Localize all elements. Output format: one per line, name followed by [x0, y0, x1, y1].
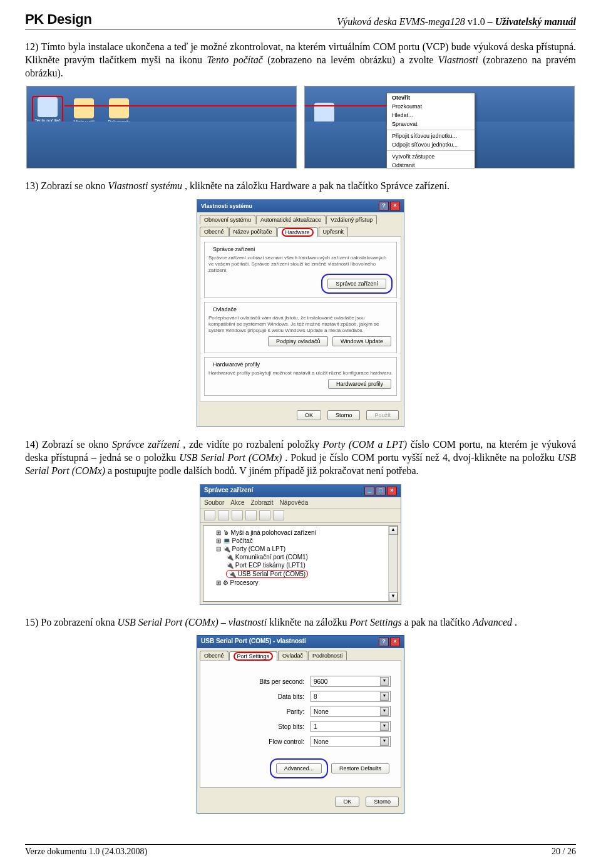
close-button[interactable]: ×	[390, 638, 400, 646]
tree-node-ports[interactable]: ⊟ 🔌 Porty (COM a LPT)	[206, 545, 395, 553]
titlebar: Vlastnosti systému ? ×	[197, 200, 404, 212]
step-text: (zobrazeno na levém obrázku) a zvolte	[267, 54, 438, 65]
my-computer-icon[interactable]: Tento počítač	[32, 96, 63, 124]
step-number: 12)	[25, 41, 38, 52]
titlebar: USB Serial Port (COM5) - vlastnosti ? ×	[197, 636, 404, 648]
toolbar-button[interactable]	[232, 510, 243, 520]
menu-file[interactable]: Soubor	[204, 499, 224, 506]
step-text: Zobrazí se okno	[42, 439, 112, 450]
advanced-button[interactable]: Advanced...	[276, 763, 322, 773]
field-stop-bits: Stop bits: 1▾	[210, 721, 391, 732]
group-text: Správce zařízení zobrazí seznam všech ha…	[208, 255, 393, 274]
select-stopbits[interactable]: 1▾	[311, 721, 391, 732]
group-text: Hardwarové profily poskytují možnost nas…	[208, 370, 393, 376]
tab-general[interactable]: Obecné	[200, 227, 229, 236]
group-text: Podepisování ovladačů vám dává jistotu, …	[208, 315, 393, 334]
product-version: v1.0	[468, 16, 485, 27]
tab-auto-updates[interactable]: Automatické aktualizace	[256, 215, 326, 224]
help-button[interactable]: ?	[379, 638, 389, 646]
close-button[interactable]: ×	[387, 487, 397, 495]
maximize-button[interactable]: □	[376, 487, 386, 495]
toolbar-button[interactable]	[273, 510, 284, 520]
dropdown-icon: ▾	[380, 707, 389, 716]
menu-action[interactable]: Akce	[230, 499, 244, 506]
tree-node-lpt1[interactable]: 🔌 Port ECP tiskárny (LPT1)	[206, 561, 395, 569]
step-number: 15)	[25, 617, 38, 628]
context-menu-item[interactable]: Prozkoumat	[387, 102, 475, 111]
step-text: a postupujte podle dalších bodů. V jiném…	[108, 465, 419, 476]
select-databits[interactable]: 8▾	[311, 691, 391, 702]
tree-node-com1[interactable]: 🔌 Komunikační port (COM1)	[206, 553, 395, 561]
annotation-arrow	[64, 105, 297, 106]
context-menu-item[interactable]: Odpojit síťovou jednotku...	[387, 140, 475, 149]
dialog-tabs: Obecné Port Settings Ovladač Podrobnosti	[197, 648, 404, 660]
tree-node-computer[interactable]: ⊞ 💻 Počítač	[206, 537, 395, 545]
help-button[interactable]: ?	[379, 202, 389, 210]
windows-update-button[interactable]: Windows Update	[332, 336, 391, 346]
context-menu-item[interactable]: Spravovat	[387, 120, 475, 128]
menu-help[interactable]: Nápověda	[280, 499, 309, 506]
tab-general[interactable]: Obecné	[200, 651, 229, 660]
page-header: PK Design Výuková deska EVMS-mega128 v1.…	[25, 11, 576, 29]
step-number: 14)	[25, 439, 38, 450]
tree-node-usb-serial[interactable]: 🔌 USB Serial Port (COM5)	[206, 569, 395, 579]
step-text: . Pokud je číslo COM portu vyšší než 4, …	[285, 452, 557, 463]
field-data-bits: Data bits: 8▾	[210, 691, 391, 702]
toolbar-button[interactable]	[204, 510, 215, 520]
hw-profiles-button[interactable]: Hardwarové profily	[328, 379, 391, 389]
driver-signing-button[interactable]: Podpisy ovladačů	[268, 336, 329, 346]
tab-driver[interactable]: Ovladač	[278, 651, 307, 660]
scrollbar[interactable]: ▲ ▼	[388, 526, 398, 601]
field-parity: Parity: None▾	[210, 706, 391, 717]
minimize-button[interactable]: _	[364, 487, 374, 495]
annotation-arrow	[304, 105, 386, 106]
ok-button[interactable]: OK	[335, 797, 359, 807]
window-title: USB Serial Port (COM5) - vlastnosti	[201, 638, 306, 646]
toolbar-button[interactable]	[218, 510, 229, 520]
step-text: .	[515, 617, 517, 628]
help-close-icons: ? ×	[379, 202, 400, 210]
cancel-button[interactable]: Storno	[366, 797, 399, 807]
step-text: Zobrazí se okno	[41, 180, 108, 191]
tab-advanced[interactable]: Upřesnit	[319, 227, 349, 236]
tree-node-processors[interactable]: ⊞ ⚙ Procesory	[206, 579, 395, 587]
apply-button[interactable]: Použít	[366, 410, 399, 420]
field-label: Data bits:	[278, 693, 304, 700]
step-italic: Vlastnosti systému	[108, 180, 182, 191]
tab-computer-name[interactable]: Název počítače	[229, 227, 277, 236]
toolbar-button[interactable]	[259, 510, 270, 520]
context-menu-item[interactable]: Vytvořit zástupce	[387, 152, 475, 161]
context-menu-item[interactable]: Odstranit	[387, 161, 475, 168]
select-flow[interactable]: None▾	[311, 736, 391, 747]
field-label: Bits per second:	[259, 678, 304, 685]
tab-port-settings[interactable]: Port Settings	[229, 651, 278, 661]
field-bits-per-second: Bits per second: 9600▾	[210, 676, 391, 687]
titlebar: Správce zařízení _ □ ×	[200, 485, 401, 497]
groupbox-device-manager: Správce zařízení Správce zařízení zobraz…	[204, 242, 397, 298]
context-menu-item[interactable]: Hledat...	[387, 111, 475, 120]
ok-button[interactable]: OK	[297, 410, 321, 420]
select-bps[interactable]: 9600▾	[311, 676, 391, 687]
step-text: klikněte na záložku	[269, 617, 349, 628]
cancel-button[interactable]: Storno	[327, 410, 361, 420]
tab-hardware[interactable]: Hardware	[277, 227, 318, 237]
context-menu-item[interactable]: Otevřít	[387, 93, 475, 102]
tab-system-restore[interactable]: Obnovení systému	[200, 215, 255, 224]
menu-view[interactable]: Zobrazit	[250, 499, 273, 506]
step-italic: Port Settings	[350, 617, 402, 628]
step-italic: Tento počítač	[207, 54, 262, 65]
restore-defaults-button[interactable]: Restore Defaults	[331, 763, 389, 773]
device-manager-button[interactable]: Správce zařízení	[327, 279, 386, 289]
select-parity[interactable]: None▾	[311, 706, 391, 717]
window-title: Vlastnosti systému	[201, 203, 252, 209]
close-button[interactable]: ×	[390, 202, 400, 210]
network-places-icon[interactable]: Místa v síti	[69, 98, 98, 124]
tab-remote[interactable]: Vzdálený přístup	[326, 215, 377, 224]
context-menu-item[interactable]: Připojit síťovou jednotku...	[387, 132, 475, 140]
step-italic: Advanced	[473, 617, 512, 628]
product-name: Výuková deska EVMS-mega128	[337, 16, 465, 27]
toolbar-button[interactable]	[245, 510, 257, 520]
documents-icon[interactable]: Dokumenty	[105, 98, 133, 124]
tree-node-mice[interactable]: ⊞ 🖱 Myši a jiná polohovací zařízení	[206, 529, 395, 537]
tab-details[interactable]: Podrobnosti	[308, 651, 347, 660]
